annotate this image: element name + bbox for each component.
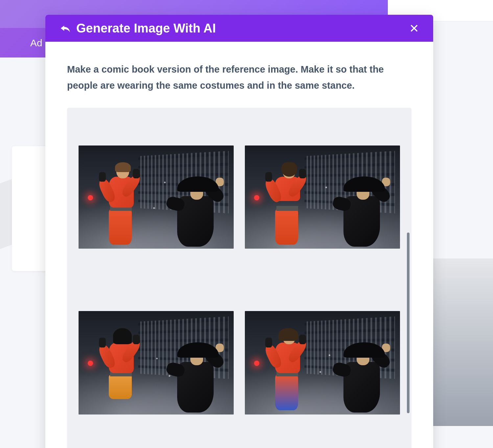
result-image-2[interactable] [245, 146, 400, 249]
modal-header: Generate Image With AI [45, 15, 433, 42]
result-image-3[interactable] [79, 311, 234, 414]
results-grid [79, 146, 400, 414]
reply-icon[interactable] [60, 23, 70, 33]
result-image-4[interactable] [245, 311, 400, 414]
scrollbar-thumb[interactable] [407, 233, 410, 413]
result-image-1[interactable] [79, 146, 234, 249]
modal-header-left: Generate Image With AI [60, 21, 216, 35]
prompt-text: Make a comic book version of the referen… [67, 61, 411, 94]
generate-image-modal: Generate Image With AI Make a comic book… [45, 15, 433, 448]
modal-title: Generate Image With AI [76, 21, 216, 35]
bg-nav-fragment: Ad [30, 37, 42, 49]
bg-card-left [12, 146, 50, 271]
modal-body: Make a comic book version of the referen… [45, 42, 433, 448]
scrollbar-track[interactable] [407, 147, 410, 426]
results-panel [67, 108, 411, 448]
close-icon[interactable] [410, 24, 419, 33]
bg-card-right [429, 258, 493, 426]
